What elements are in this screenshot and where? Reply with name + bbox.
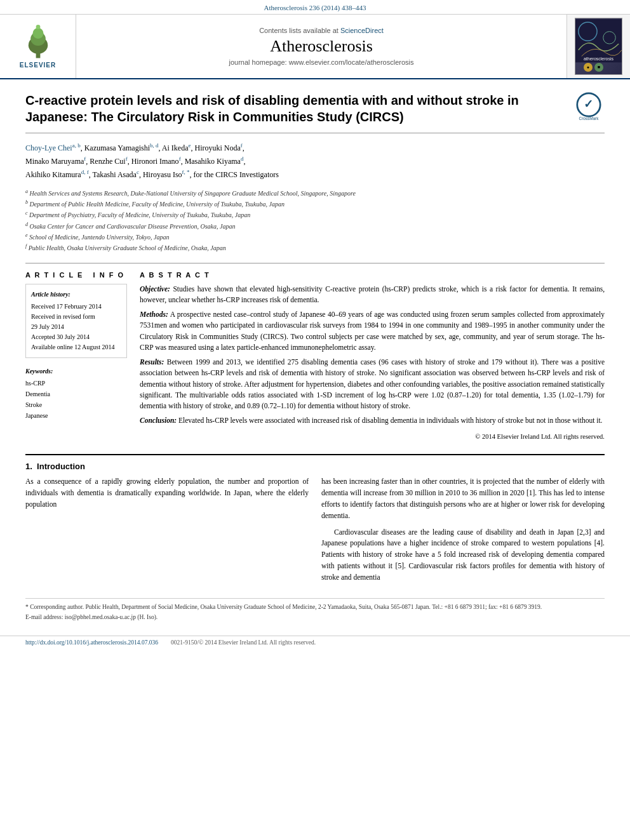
svg-point-4 (36, 25, 40, 29)
svg-text:✓: ✓ (584, 98, 594, 110)
crossmark-badge[interactable]: ✓ CrossMark (563, 92, 605, 124)
cover-icon-2: ■ (594, 63, 603, 72)
revised-label: Received in revised form (31, 312, 121, 322)
intro-left-col: As a consequence of a rapidly growing el… (25, 476, 309, 588)
right-column: A B S T R A C T Objective: Studies have … (140, 271, 605, 442)
keyword-3: Stroke (25, 399, 127, 410)
abstract-conclusion: Conclusion: Elevated hs-CRP levels were … (140, 415, 605, 426)
abstract-methods: Methods: A prospective nested case–contr… (140, 309, 605, 353)
revised-date: 29 July 2014 (31, 322, 121, 332)
authors-section: Choy-Lye Cheia, b, Kazumasa Yamagishib, … (25, 141, 605, 182)
article-info-label: A R T I C L E I N F O (25, 271, 127, 279)
keyword-4: Japanese (25, 410, 127, 421)
author-chei: Choy-Lye Chei (25, 143, 72, 152)
accepted-date: Accepted 30 July 2014 (31, 332, 121, 342)
svg-point-3 (32, 28, 43, 39)
cover-icon-1: ● (584, 63, 593, 72)
keywords-section: Keywords: hs-CRP Dementia Stroke Japanes… (25, 366, 127, 421)
intro-para-2-right: Cardiovascular diseases are the leading … (321, 527, 605, 583)
journal-homepage-line: journal homepage: www.elsevier.com/locat… (229, 58, 413, 66)
intro-right-col: has been increasing faster than in other… (321, 476, 605, 588)
section-1-title: 1. Introduction (25, 462, 605, 471)
introduction-section: 1. Introduction As a consequence of a ra… (25, 454, 605, 588)
conclusion-label: Conclusion: (140, 417, 177, 424)
objective-text: Studies have shown that elevated high-se… (140, 285, 605, 303)
journal-title-area: Contents lists available at ScienceDirec… (76, 15, 566, 78)
affiliation-a: a Health Services and Systems Research, … (25, 188, 605, 198)
contents-available-text: Contents lists available at ScienceDirec… (259, 27, 384, 34)
affiliation-f: f Public Health, Osaka University Gradua… (25, 243, 605, 253)
methods-text: A prospective nested case–control study … (140, 310, 605, 351)
article-title: C-reactive protein levels and risk of di… (25, 92, 563, 125)
keyword-2: Dementia (25, 389, 127, 399)
elsevier-tree-icon (19, 25, 57, 60)
copyright-line: © 2014 Elsevier Ireland Ltd. All rights … (140, 432, 605, 442)
affiliation-e: e School of Medicine, Juntendo Universit… (25, 232, 605, 242)
abstract-results: Results: Between 1999 and 2013, we ident… (140, 357, 605, 411)
intro-para-1-right: has been increasing faster than in other… (321, 476, 605, 521)
available-online-date: Available online 12 August 2014 (31, 342, 121, 352)
affiliations-section: a Health Services and Systems Research, … (25, 188, 605, 253)
intro-para-1-left: As a consequence of a rapidly growing el… (25, 476, 309, 510)
affiliation-b: b Department of Public Health Medicine, … (25, 199, 605, 209)
journal-cover-image: atherosclerosis ● ■ (575, 18, 622, 75)
crossmark-icon[interactable]: ✓ CrossMark (573, 92, 605, 124)
received-date: Received 17 February 2014 (31, 302, 121, 312)
journal-citation: Atherosclerosis 236 (2014) 438–443 (264, 4, 366, 11)
keywords-label: Keywords: (25, 366, 127, 377)
elsevier-logo-area: ELSEVIER (0, 15, 76, 78)
journal-citation-bar: Atherosclerosis 236 (2014) 438–443 (0, 0, 630, 15)
keyword-1: hs-CRP (25, 378, 127, 389)
elsevier-wordmark: ELSEVIER (20, 62, 56, 69)
introduction-body-columns: As a consequence of a rapidly growing el… (25, 476, 605, 588)
article-history-box: Article history: Received 17 February 20… (25, 284, 127, 358)
journal-name-header: Atherosclerosis (270, 37, 373, 56)
results-text: Between 1999 and 2013, we identified 275… (140, 358, 605, 410)
email-note: E-mail address: iso@pbhel.med.osaka-u.ac… (25, 613, 605, 622)
cover-icons-area: ● ■ (584, 63, 613, 72)
journal-header: ELSEVIER Contents lists available at Sci… (0, 15, 630, 79)
affiliation-c: c Department of Psychiatry, Faculty of M… (25, 210, 605, 220)
footnotes-area: * Corresponding author. Public Health, D… (25, 598, 605, 622)
objective-label: Objective: (140, 285, 170, 293)
doi-link[interactable]: http://dx.doi.org/10.1016/j.atherosclero… (25, 639, 158, 646)
cover-journal-title: atherosclerosis (584, 57, 613, 61)
issn-text: 0021-9150/© 2014 Elsevier Ireland Ltd. A… (171, 639, 316, 646)
left-column: A R T I C L E I N F O Article history: R… (25, 271, 127, 442)
article-history-label: Article history: (31, 290, 121, 300)
corresponding-author-note: * Corresponding author. Public Health, D… (25, 603, 605, 611)
bottom-bar: http://dx.doi.org/10.1016/j.atherosclero… (0, 636, 630, 649)
affiliation-d: d Osaka Center for Cancer and Cardiovasc… (25, 221, 605, 231)
methods-label: Methods: (140, 310, 168, 318)
results-label: Results: (140, 358, 164, 366)
abstract-label: A B S T R A C T (140, 271, 605, 279)
sciencedirect-link[interactable]: ScienceDirect (340, 27, 384, 34)
article-info-abstract-columns: A R T I C L E I N F O Article history: R… (25, 263, 605, 442)
elsevier-logo: ELSEVIER (19, 25, 57, 69)
journal-cover-area: atherosclerosis ● ■ (566, 15, 630, 78)
abstract-objective: Objective: Studies have shown that eleva… (140, 284, 605, 306)
article-title-section: C-reactive protein levels and risk of di… (25, 92, 605, 133)
abstract-section: Objective: Studies have shown that eleva… (140, 284, 605, 442)
conclusion-text: Elevated hs-CRP levels were associated w… (178, 417, 602, 424)
main-content-area: C-reactive protein levels and risk of di… (0, 79, 630, 636)
svg-text:CrossMark: CrossMark (579, 116, 600, 121)
